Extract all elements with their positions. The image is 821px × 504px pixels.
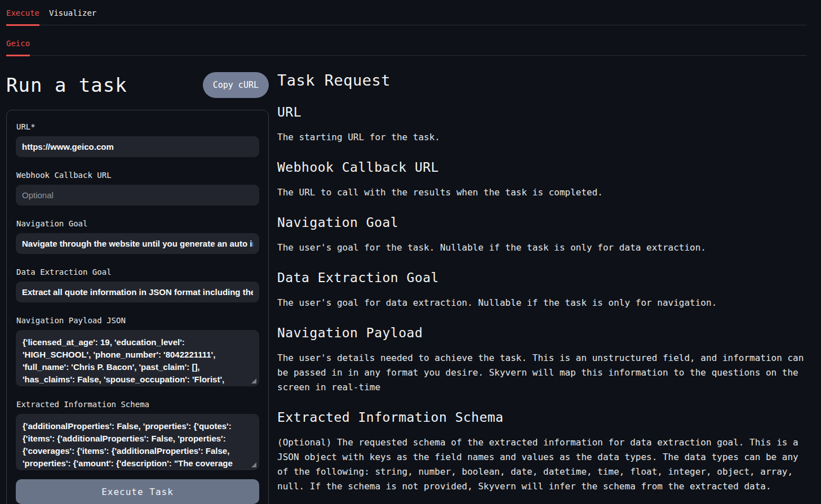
top-tab-bar: Execute Visualizer <box>6 0 807 25</box>
doc-heading-webhook: Webhook Callback URL <box>277 159 807 176</box>
doc-body-data-extraction-goal: The user's goal for data extraction. Nul… <box>277 296 807 310</box>
extracted-schema-textarea[interactable]: {'additionalProperties': False, 'propert… <box>16 414 259 470</box>
doc-body-webhook: The URL to call with the results when th… <box>277 185 807 200</box>
task-request-panel: Task Request URL The starting URL for th… <box>277 72 807 494</box>
copy-curl-button[interactable]: Copy cURL <box>203 72 269 98</box>
webhook-label: Webhook Callback URL <box>16 170 259 180</box>
navigation-goal-label: Navigation Goal <box>16 218 259 229</box>
run-task-header: Run a task Copy cURL <box>6 72 269 99</box>
doc-heading-extracted-schema: Extracted Information Schema <box>277 409 807 426</box>
data-extraction-goal-input[interactable] <box>16 282 259 302</box>
task-form-card: URL* Webhook Callback URL Navigation Goa… <box>6 110 269 504</box>
run-task-panel: Run a task Copy cURL URL* Webhook Callba… <box>6 72 269 504</box>
data-extraction-goal-field-wrap <box>16 282 259 302</box>
webhook-field-wrap <box>16 185 259 206</box>
navigation-payload-field-wrap: {'licensed_at_age': 19, 'education_level… <box>16 330 259 386</box>
page-title: Run a task <box>6 74 127 96</box>
doc-heading-url: URL <box>277 104 807 121</box>
sub-tab-bar: Geico <box>6 25 807 56</box>
doc-body-extracted-schema: (Optional) The requested schema of the e… <box>277 435 807 494</box>
doc-body-navigation-payload: The user's details needed to achieve the… <box>277 351 807 395</box>
tab-execute[interactable]: Execute <box>6 8 39 26</box>
subtab-geico[interactable]: Geico <box>6 39 30 56</box>
task-request-doc: Task Request URL The starting URL for th… <box>277 72 807 494</box>
url-field-wrap <box>16 136 259 157</box>
execute-task-button[interactable]: Execute Task <box>16 479 259 504</box>
data-extraction-goal-label: Data Extraction Goal <box>16 267 259 277</box>
navigation-goal-input[interactable] <box>16 233 259 254</box>
extracted-schema-field-wrap: {'additionalProperties': False, 'propert… <box>16 414 259 470</box>
app-page: Execute Visualizer Geico Run a task Copy… <box>0 0 821 504</box>
url-input[interactable] <box>16 136 259 157</box>
url-label: URL* <box>16 122 259 132</box>
doc-heading-navigation-goal: Navigation Goal <box>277 214 807 231</box>
webhook-input[interactable] <box>16 185 259 206</box>
navigation-payload-label: Navigation Payload JSON <box>16 315 259 325</box>
doc-title: Task Request <box>277 72 807 90</box>
doc-heading-data-extraction-goal: Data Extraction Goal <box>277 269 807 286</box>
doc-body-navigation-goal: The user's goal for the task. Nullable i… <box>277 240 807 255</box>
doc-body-url: The starting URL for the task. <box>277 130 807 145</box>
navigation-goal-field-wrap <box>16 233 259 254</box>
tab-visualizer[interactable]: Visualizer <box>49 8 96 25</box>
navigation-payload-textarea[interactable]: {'licensed_at_age': 19, 'education_level… <box>16 330 259 386</box>
extracted-schema-label: Extracted Information Schema <box>16 399 259 409</box>
doc-heading-navigation-payload: Navigation Payload <box>277 324 807 341</box>
main-content: Run a task Copy cURL URL* Webhook Callba… <box>6 72 807 504</box>
